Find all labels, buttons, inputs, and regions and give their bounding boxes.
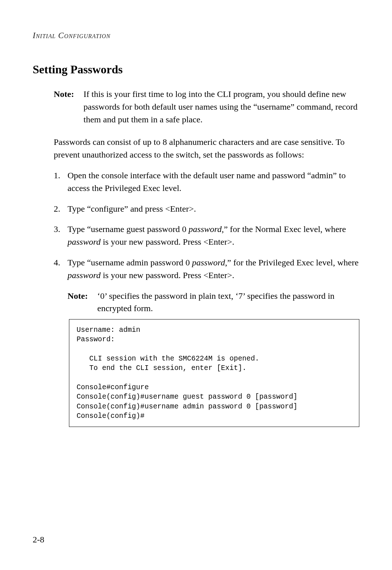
italic-text: password: [192, 258, 225, 267]
text-segment: ,” for the Privileged Exec level, where: [225, 258, 359, 267]
list-item: 3.Type “username guest password 0 passwo…: [54, 223, 359, 248]
text-segment: ,” for the Normal Exec level, where: [222, 224, 346, 234]
text-segment: Type “username guest password 0: [68, 224, 189, 234]
step-text: Type “username admin password 0 password…: [68, 256, 359, 282]
note-label: Note:: [68, 290, 97, 315]
step-number: 4.: [54, 256, 68, 282]
page-number: 2-8: [33, 535, 44, 545]
italic-text: password: [189, 224, 222, 234]
note-text: ‘0’ specifies the password in plain text…: [97, 290, 359, 315]
text-segment: is your new password. Press <Enter>.: [101, 270, 234, 280]
chapter-header: Initial Configuration: [33, 31, 359, 40]
text-segment: Type “username admin password 0: [68, 258, 192, 267]
step-number: 3.: [54, 223, 68, 248]
step-text: Type “configure” and press <Enter>.: [68, 203, 359, 215]
list-item: 4.Type “username admin password 0 passwo…: [54, 256, 359, 282]
text-segment: Open the console interface with the defa…: [68, 171, 346, 193]
code-block: Username: admin Password: CLI session wi…: [69, 319, 359, 427]
intro-paragraph: Passwords can consist of up to 8 alphanu…: [54, 136, 359, 161]
steps-list: 1.Open the console interface with the de…: [54, 169, 359, 282]
step-text: Open the console interface with the defa…: [68, 169, 359, 195]
text-segment: is your new password. Press <Enter>.: [101, 237, 234, 247]
content-body: Note: If this is your first time to log …: [54, 88, 359, 315]
note-text: If this is your first time to log into t…: [83, 88, 359, 126]
top-note: Note: If this is your first time to log …: [54, 88, 359, 126]
inner-note: Note: ‘0’ specifies the password in plai…: [68, 290, 359, 315]
text-segment: Type “configure” and press <Enter>.: [68, 204, 196, 213]
note-label: Note:: [54, 88, 83, 126]
italic-text: password: [68, 270, 101, 280]
italic-text: password: [68, 237, 101, 247]
step-text: Type “username guest password 0 password…: [68, 223, 359, 248]
step-number: 1.: [54, 169, 68, 195]
list-item: 1.Open the console interface with the de…: [54, 169, 359, 195]
step-number: 2.: [54, 203, 68, 215]
list-item: 2.Type “configure” and press <Enter>.: [54, 203, 359, 215]
section-title: Setting Passwords: [33, 63, 359, 76]
